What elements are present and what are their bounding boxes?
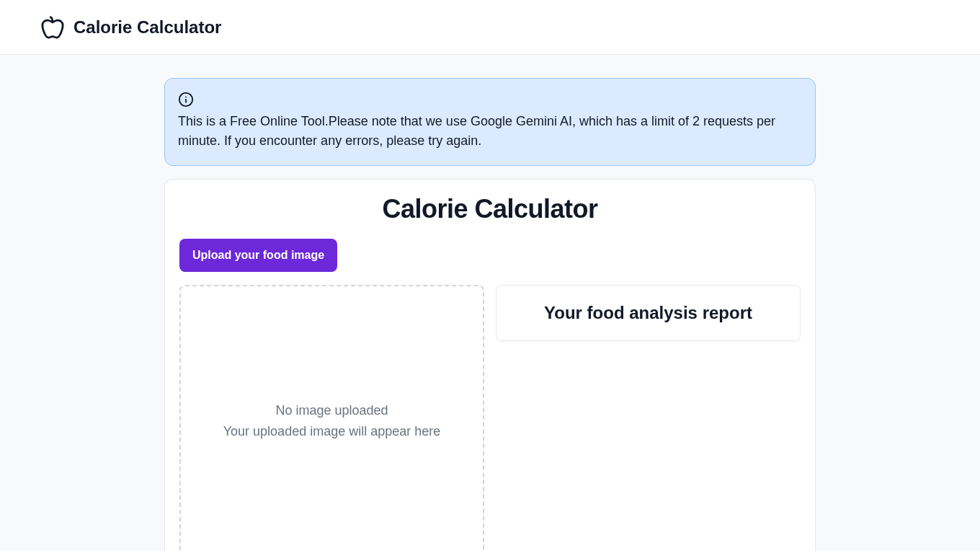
- apple-logo-icon: [40, 15, 65, 40]
- header-left: Calorie Calculator: [40, 15, 221, 40]
- report-title: Your food analysis report: [514, 303, 783, 323]
- report-panel: Your food analysis report: [496, 285, 801, 341]
- info-text: This is a Free Online Tool.Please note t…: [178, 112, 802, 151]
- content-row: No image uploaded Your uploaded image wi…: [179, 285, 801, 551]
- app-title: Calorie Calculator: [74, 17, 221, 38]
- main-card: Calorie Calculator Upload your food imag…: [164, 179, 816, 551]
- app-header: Calorie Calculator: [0, 0, 980, 55]
- main-content: This is a Free Online Tool.Please note t…: [0, 55, 980, 551]
- image-dropzone[interactable]: No image uploaded Your uploaded image wi…: [179, 285, 484, 551]
- info-icon: [178, 92, 194, 107]
- dropzone-title: No image uploaded: [275, 403, 388, 418]
- info-banner: This is a Free Online Tool.Please note t…: [164, 78, 816, 166]
- dropzone-subtitle: Your uploaded image will appear here: [223, 424, 441, 439]
- page-title: Calorie Calculator: [179, 194, 801, 224]
- upload-button[interactable]: Upload your food image: [179, 239, 337, 272]
